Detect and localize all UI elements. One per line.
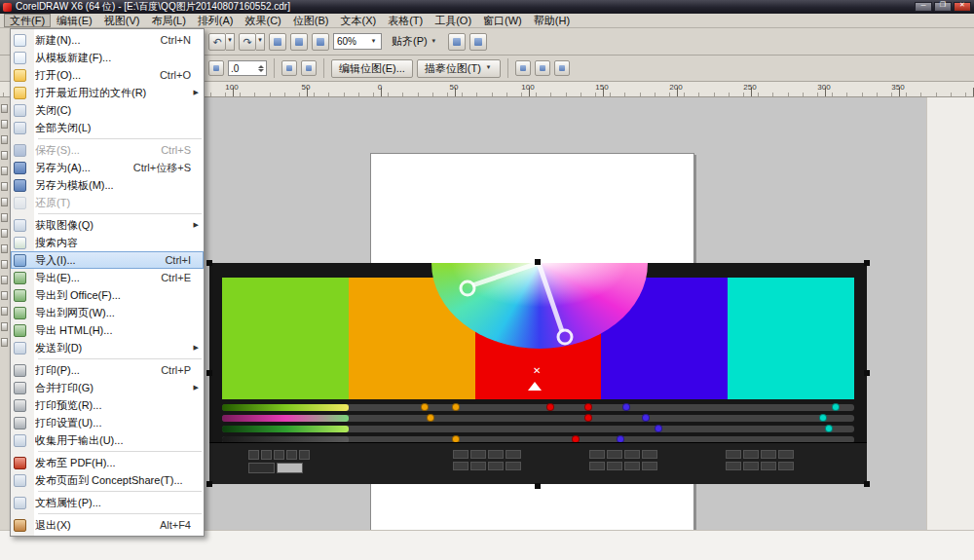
trace-bitmap-button[interactable]: 描摹位图(T) [417, 59, 501, 78]
menubar-item-4[interactable]: 布局(L) [145, 14, 191, 27]
file-menu-item[interactable]: 发送到(D)▶ [11, 339, 204, 356]
selection-handle[interactable] [535, 259, 541, 265]
toolbox-tool-icon[interactable] [1, 198, 8, 206]
menubar-item-1[interactable]: 文件(F) [4, 14, 51, 27]
menubar-item-2[interactable]: 编辑(E) [51, 14, 98, 27]
file-menu-item[interactable]: 打开(O)...Ctrl+O [11, 66, 204, 84]
toolbox-tool-icon[interactable] [1, 120, 8, 129]
slider-handle[interactable] [655, 425, 662, 432]
selection-handle[interactable] [206, 370, 212, 376]
toolbox-tool-icon[interactable] [1, 182, 8, 191]
file-menu-item[interactable]: 从模板新建(F)... [11, 49, 204, 66]
zoom-caret-icon[interactable] [369, 35, 378, 49]
file-menu-item[interactable]: 打印设置(U)... [11, 414, 204, 431]
file-menu-item[interactable]: 导出到网页(W)... [11, 304, 204, 321]
slider-handle[interactable] [584, 403, 592, 411]
file-menu-item[interactable]: 导出(E)...Ctrl+E [11, 269, 204, 286]
selection-handle[interactable] [864, 370, 870, 376]
file-menu-item[interactable]: 打印(P)...Ctrl+P [11, 361, 204, 379]
redo-dropdown-caret-icon[interactable] [256, 33, 265, 51]
slider-handle[interactable] [825, 425, 833, 432]
file-menu-item[interactable]: 搜索内容 [11, 234, 204, 251]
export-button[interactable] [312, 33, 329, 51]
toolbox-tool-icon[interactable] [1, 244, 8, 253]
menubar-item-11[interactable]: 窗口(W) [477, 14, 528, 27]
file-menu-item[interactable]: 导出 HTML(H)... [11, 321, 204, 339]
undo-button[interactable] [208, 33, 226, 51]
resample-button[interactable] [515, 60, 531, 76]
file-menu-item[interactable]: 导出到 Office(F)... [11, 286, 204, 304]
slider-track[interactable] [222, 404, 854, 411]
slider-handle[interactable] [832, 403, 840, 411]
trace-bitmap-caret-icon[interactable] [484, 61, 493, 75]
menubar-item-5[interactable]: 排列(A) [192, 14, 240, 27]
mirror-horizontal-button[interactable] [281, 60, 297, 76]
slider-track[interactable] [222, 415, 854, 422]
file-menu-item[interactable]: 合并打印(G)▶ [11, 379, 204, 396]
menubar-item-6[interactable]: 效果(C) [240, 14, 287, 27]
toolbox-tool-icon[interactable] [1, 307, 8, 316]
toolbox-tool-icon[interactable] [1, 291, 8, 300]
toolbox-tool-icon[interactable] [1, 276, 8, 284]
selection-handle[interactable] [206, 260, 212, 266]
selection-handle[interactable] [864, 260, 870, 266]
file-menu-item[interactable]: 打印预览(R)... [11, 396, 204, 414]
file-menu-item[interactable]: 文档属性(P)... [11, 494, 204, 511]
snap-caret-icon[interactable] [430, 35, 438, 49]
file-menu-item[interactable]: 发布页面到 ConceptShare(T)... [11, 471, 204, 489]
toolbox-tool-icon[interactable] [1, 167, 8, 175]
slider-handle[interactable] [546, 403, 554, 411]
edit-bitmap-button[interactable]: 编辑位图(E)... [331, 59, 413, 78]
file-menu-item[interactable]: 发布至 PDF(H)... [11, 454, 204, 471]
file-menu-item[interactable]: 另存为(A)...Ctrl+位移+S [11, 159, 204, 176]
file-menu-item[interactable]: 收集用于输出(U)... [11, 431, 204, 449]
toolbox-tool-icon[interactable] [1, 213, 8, 222]
mirror-vertical-button[interactable] [301, 60, 317, 76]
slider-track[interactable] [222, 426, 854, 432]
menubar-item-9[interactable]: 表格(T) [382, 14, 429, 27]
redo-button[interactable] [239, 33, 256, 51]
file-menu-item[interactable]: 另存为模板(M)... [11, 176, 204, 194]
position-input[interactable]: .0 [228, 60, 267, 76]
selection-handle[interactable] [535, 483, 541, 489]
undo-dropdown-caret-icon[interactable] [226, 33, 235, 51]
crop-button[interactable] [535, 60, 550, 76]
menubar-item-12[interactable]: 帮助(H) [528, 14, 576, 27]
toolbox-tool-icon[interactable] [1, 135, 8, 144]
menubar-item-8[interactable]: 文本(X) [334, 14, 382, 27]
import-button[interactable] [290, 33, 308, 51]
file-menu-item[interactable]: 导入(I)...Ctrl+I [11, 251, 204, 269]
snap-to-button[interactable]: 贴齐(P) [386, 32, 444, 52]
straighten-button[interactable] [554, 60, 570, 76]
toolbox-tool-icon[interactable] [1, 338, 8, 347]
slider-handle[interactable] [421, 403, 429, 411]
file-menu-item[interactable]: 打开最近用过的文件(R)▶ [11, 84, 204, 101]
spinner-arrows-icon[interactable] [258, 65, 264, 72]
search-content-button[interactable] [269, 33, 286, 51]
toolbox-tool-icon[interactable] [1, 151, 8, 160]
slider-handle[interactable] [642, 414, 650, 422]
slider-handle[interactable] [452, 403, 460, 411]
placed-bitmap-image[interactable]: ✕ [209, 263, 867, 484]
file-menu-item[interactable]: 关闭(C) [11, 101, 204, 119]
selection-handle[interactable] [206, 481, 212, 487]
close-button[interactable] [954, 2, 971, 12]
selection-handle[interactable] [864, 481, 870, 487]
menubar-item-7[interactable]: 位图(B) [287, 14, 335, 27]
menubar-item-3[interactable]: 视图(V) [98, 14, 146, 27]
toolbox-tool-icon[interactable] [1, 104, 8, 113]
file-menu-item[interactable]: 全部关闭(L) [11, 119, 204, 136]
application-launcher-button[interactable] [469, 33, 487, 51]
menubar-item-10[interactable]: 工具(O) [429, 14, 477, 27]
zoom-level-combo[interactable]: 60% [333, 33, 382, 50]
slider-handle[interactable] [584, 414, 592, 422]
slider-handle[interactable] [427, 414, 434, 422]
toolbox-tool-icon[interactable] [1, 229, 8, 238]
maximize-button[interactable] [934, 2, 952, 12]
file-menu-item[interactable]: 新建(N)...Ctrl+N [11, 31, 204, 49]
toolbox-tool-icon[interactable] [1, 322, 8, 331]
file-menu-item[interactable]: 退出(X)Alt+F4 [11, 516, 204, 534]
minimize-button[interactable] [915, 2, 932, 12]
slider-handle[interactable] [819, 414, 827, 422]
slider-handle[interactable] [622, 403, 630, 411]
